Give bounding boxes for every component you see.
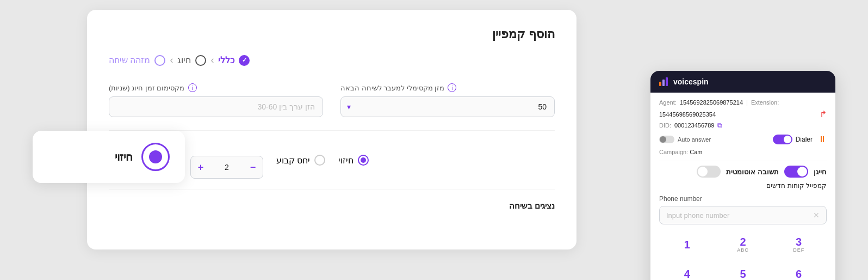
max-hold-time-group: i מקסימום זמן חיוג (שניות)	[109, 83, 323, 117]
logo-bar-1	[659, 82, 661, 86]
breadcrumb-step1-circle	[239, 55, 250, 66]
dialpad-letters-3: DEF	[793, 247, 804, 253]
dialer-toggle-area: חייגן תשובה אוטומטית	[659, 166, 827, 178]
max-wait-time-group: i מזן מקסימלי למעבר לשיחה הבאה 50 30 60 …	[340, 83, 555, 117]
dialpad: 1 2 ABC 3 DEF 4 5 6	[659, 231, 827, 280]
visual-icon-inner	[149, 150, 162, 163]
dialpad-key-3[interactable]: 3 DEF	[780, 231, 817, 258]
phone-input-row: ✕	[659, 206, 827, 224]
phone-number-label: Phone number	[659, 195, 827, 203]
widget-divider	[659, 161, 827, 161]
dialpad-num-5: 5	[740, 269, 746, 279]
dialpad-num-6: 6	[796, 269, 802, 279]
auto-reply-label: תשובה אוטומטית	[726, 168, 779, 176]
breadcrumb-step2[interactable]: חיוג	[177, 55, 206, 66]
dialpad-num-1: 1	[684, 239, 690, 250]
dialpad-key-5[interactable]: 5	[724, 260, 761, 280]
max-hold-time-input[interactable]	[109, 96, 323, 117]
copy-icon[interactable]: ⧉	[717, 121, 722, 129]
info-icon-1[interactable]: i	[188, 83, 197, 92]
breadcrumb-step2-label: חיוג	[177, 55, 191, 65]
logo-bar-2	[662, 80, 665, 86]
breadcrumb-step1[interactable]: כללי	[218, 55, 250, 66]
max-wait-time-select[interactable]: 50 30 60 90	[340, 96, 555, 117]
dialpad-num-3: 3	[796, 236, 802, 247]
campaign-label: Campaign:	[659, 149, 688, 155]
radio-visual-label: חיזוי	[338, 155, 354, 166]
max-hold-time-label: i מקסימום זמן חיוג (שניות)	[109, 83, 323, 92]
auto-answer-label: Auto answer	[678, 136, 711, 143]
dialpad-num-4: 4	[684, 269, 690, 279]
pause-icon[interactable]: ⏸	[818, 135, 827, 144]
voicespin-logo	[659, 77, 668, 86]
did-label: DID:	[659, 122, 671, 129]
dialpad-key-1[interactable]: 1	[668, 231, 705, 258]
agents-value: 2	[210, 159, 243, 176]
widget-controls: Auto answer Dialer ⏸	[659, 135, 827, 144]
extension-label: Extension:	[751, 99, 779, 106]
widget-header: voicespin	[650, 71, 835, 93]
campaign-card: הוסף קמפיין מזהה שיחה › חיוג › כללי i מק…	[87, 10, 576, 249]
auto-answer-row: Auto answer	[659, 136, 767, 143]
dialer-row: Dialer	[773, 135, 813, 144]
dialpad-key-4[interactable]: 4	[668, 260, 705, 280]
agents-in-call-label: נציגים בשיחה	[109, 201, 555, 211]
breadcrumb-step3-label: מזהה שיחה	[109, 55, 150, 65]
auto-reply-toggle[interactable]	[697, 166, 721, 178]
dialpad-num-2: 2	[740, 236, 746, 247]
campaign-tag: קמפייל קוחות חדשים	[659, 182, 827, 190]
card-title: הוסף קמפיין	[109, 27, 555, 41]
radio-visual[interactable]: חיזוי	[338, 155, 369, 166]
breadcrumb-step3[interactable]: מזהה שיחה	[109, 55, 165, 66]
agents-decrease-button[interactable]: −	[243, 156, 263, 178]
max-wait-time-select-wrapper: 50 30 60 90 ▾	[340, 96, 555, 117]
did-row: DID: 000123456789 ⧉	[659, 121, 827, 129]
phone-input[interactable]	[666, 211, 811, 220]
dialpad-row-1: 1 2 ABC 3 DEF	[659, 231, 827, 258]
dialer-toggle[interactable]	[773, 135, 792, 144]
radio-fixed-circle	[314, 155, 325, 166]
pipe-separator: |	[746, 99, 748, 106]
logo-bar-3	[666, 77, 668, 86]
phone-section: Phone number ✕	[659, 195, 827, 224]
campaign-value: Cam	[690, 149, 702, 155]
radio-fixed-label: יחס קבוע	[276, 155, 310, 166]
agents-increase-button[interactable]: +	[191, 156, 210, 178]
dialpad-row-2: 4 5 6	[659, 260, 827, 280]
did-value: 000123456789	[674, 122, 714, 129]
agent-label: Agent:	[659, 99, 677, 106]
breadcrumb-arrow2: ›	[170, 54, 173, 66]
form-row-1: i מקסימום זמן חיוג (שניות) i מזן מקסימלי…	[109, 83, 555, 117]
breadcrumb-arrow1: ›	[210, 54, 214, 66]
agent-info-row: Agent: 1545692825069875214 | Extension: …	[659, 99, 827, 119]
visual-label: חיזוי	[115, 150, 133, 163]
info-icon-2[interactable]: i	[448, 83, 456, 92]
redirect-icon[interactable]: ↱	[820, 109, 827, 119]
agent-value: 1545692825069875214	[680, 99, 743, 106]
dialpad-key-2[interactable]: 2 ABC	[724, 231, 761, 258]
extension-value: 15445698569025354	[659, 111, 716, 118]
dialpad-key-6[interactable]: 6	[780, 260, 817, 280]
dialer-on-toggle[interactable]	[784, 166, 808, 178]
breadcrumb-step1-label: כללי	[218, 55, 234, 65]
agents-stepper: − 2 +	[190, 156, 263, 179]
max-wait-time-label: i מזן מקסימלי למעבר לשיחה הבאה	[340, 83, 555, 92]
visual-card: חיזוי	[33, 131, 185, 183]
auto-answer-toggle[interactable]	[659, 136, 674, 143]
dialpad-letters-2: ABC	[737, 247, 749, 253]
radio-visual-circle	[358, 155, 369, 166]
widget-body: Agent: 1545692825069875214 | Extension: …	[650, 93, 835, 280]
breadcrumb: מזהה שיחה › חיוג › כללי	[109, 54, 555, 66]
radio-fixed[interactable]: יחס קבוע	[276, 155, 325, 166]
phone-clear-icon[interactable]: ✕	[813, 211, 820, 220]
divider-2	[109, 190, 555, 190]
breadcrumb-step3-circle	[154, 55, 165, 66]
campaign-row: Campaign: Cam	[659, 149, 827, 155]
breadcrumb-step2-circle	[195, 55, 206, 66]
visual-icon	[141, 143, 170, 171]
dialer-label: Dialer	[796, 136, 813, 143]
voicespin-widget: voicespin Agent: 1545692825069875214 | E…	[650, 71, 835, 280]
dialer-toggle-label: חייגן	[814, 168, 827, 176]
widget-title: voicespin	[673, 77, 709, 86]
